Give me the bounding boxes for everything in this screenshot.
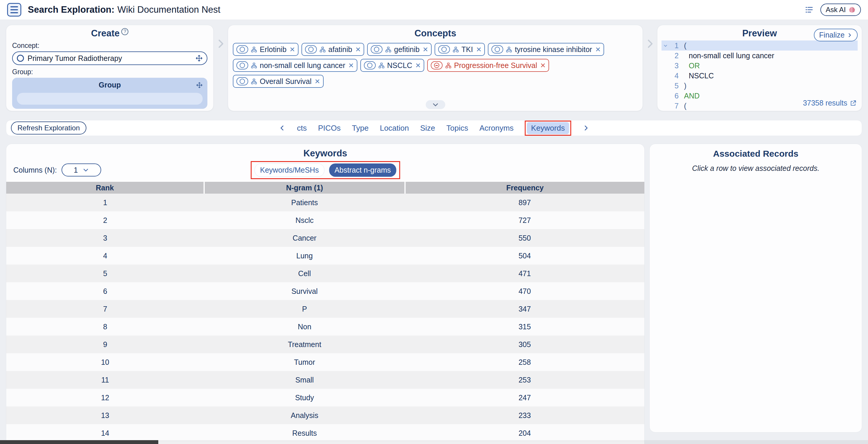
table-row[interactable]: 8Non315 <box>6 318 644 336</box>
chip-select-toggle[interactable] <box>431 61 442 69</box>
remove-chip-icon[interactable]: × <box>540 61 546 70</box>
group-box[interactable]: Group <box>12 78 207 109</box>
synonyms-graph-icon[interactable] <box>506 46 512 53</box>
chip-select-toggle[interactable] <box>305 45 317 54</box>
synonyms-graph-icon[interactable] <box>445 62 452 69</box>
table-cell: 550 <box>405 229 644 247</box>
query-line-1[interactable]: 1( <box>661 40 858 50</box>
horizontal-scrollbar[interactable] <box>0 440 868 444</box>
synonyms-graph-icon[interactable] <box>378 62 384 69</box>
toggle-abstract-n-grams[interactable]: Abstract n-grams <box>329 164 396 177</box>
query-line-3[interactable]: 3OR <box>661 61 858 71</box>
table-row[interactable]: 13Analysis233 <box>6 406 644 424</box>
ask-ai-button[interactable]: Ask AI <box>820 4 861 16</box>
finalize-button[interactable]: Finalize <box>814 29 858 41</box>
radio-circle-icon <box>441 47 447 52</box>
table-row[interactable]: 2Nsclc727 <box>6 211 644 229</box>
remove-chip-icon[interactable]: × <box>315 77 320 86</box>
page-title-nest-name: Wiki Documentation Nest <box>118 4 220 15</box>
concept-chip-gefitinib[interactable]: gefitinib× <box>367 43 432 56</box>
query-line-5[interactable]: 5) <box>661 81 858 91</box>
group-drop-slot[interactable] <box>17 93 203 105</box>
remove-chip-icon[interactable]: × <box>348 61 354 70</box>
tab-topics[interactable]: Topics <box>446 124 468 133</box>
synonyms-graph-icon[interactable] <box>385 46 392 53</box>
list-icon[interactable] <box>804 5 814 14</box>
concept-chip-non-small-cell-lung-cancer[interactable]: non-small cell lung cancer× <box>233 59 358 72</box>
refresh-exploration-button[interactable]: Refresh Exploration <box>11 122 86 135</box>
chip-select-toggle[interactable] <box>491 45 503 54</box>
tabs-scroll-left-icon[interactable] <box>279 125 286 132</box>
results-link[interactable]: 37358 results <box>803 99 857 107</box>
tab-acronyms[interactable]: Acronyms <box>479 124 514 133</box>
help-icon[interactable]: ? <box>121 28 128 35</box>
remove-chip-icon[interactable]: × <box>476 45 482 54</box>
table-row[interactable]: 3Cancer550 <box>6 229 644 247</box>
table-row[interactable]: 11Small253 <box>6 371 644 389</box>
concept-chip-overall-survival[interactable]: Overall Survival× <box>233 75 324 88</box>
concept-chip-tki[interactable]: TKI× <box>435 43 485 56</box>
concept-chip-erlotinib[interactable]: Erlotinib× <box>233 43 299 56</box>
query-line-2[interactable]: 2non-small cell lung cancer <box>661 50 858 61</box>
toggle-keywords-meshs[interactable]: Keywords/MeSHs <box>254 164 324 177</box>
scrollbar-thumb[interactable] <box>0 440 158 444</box>
table-row[interactable]: 1Patients897 <box>6 194 644 211</box>
table-row[interactable]: 9Treatment305 <box>6 336 644 353</box>
concept-chip-nsclc[interactable]: NSCLC× <box>360 59 424 72</box>
synonyms-graph-icon[interactable] <box>251 62 257 69</box>
line-number: 2 <box>669 52 679 60</box>
exploration-tabs: ctsPICOsTypeLocationSizeTopicsAcronymsKe… <box>297 121 571 136</box>
table-row[interactable]: 10Tumor258 <box>6 353 644 371</box>
move-icon[interactable] <box>196 82 203 89</box>
concept-chip-progression-free-survival[interactable]: Progression-free Survival× <box>427 59 549 72</box>
table-row[interactable]: 12Study247 <box>6 389 644 406</box>
tab-size[interactable]: Size <box>420 124 435 133</box>
expand-concepts-button[interactable] <box>426 100 445 109</box>
table-row[interactable]: 7P347 <box>6 300 644 318</box>
table-row[interactable]: 4Lung504 <box>6 247 644 265</box>
table-row[interactable]: 5Cell471 <box>6 265 644 282</box>
tab-location[interactable]: Location <box>380 124 409 133</box>
table-row[interactable]: 6Survival470 <box>6 282 644 300</box>
radio-circle-icon[interactable] <box>17 55 24 62</box>
tab-picos[interactable]: PICOs <box>318 124 341 133</box>
chip-select-toggle[interactable] <box>438 45 450 54</box>
columns-n-select[interactable]: 1 <box>62 164 101 176</box>
remove-chip-icon[interactable]: × <box>290 45 295 54</box>
chip-select-toggle[interactable] <box>237 61 248 69</box>
chevron-down-icon <box>83 167 89 173</box>
concept-chip-tyrosine-kinase-inhibitor[interactable]: tyrosine kinase inhibitor× <box>488 43 604 56</box>
remove-chip-icon[interactable]: × <box>355 45 361 54</box>
synonyms-graph-icon[interactable] <box>319 46 326 53</box>
synonyms-graph-icon[interactable] <box>251 46 257 53</box>
chip-select-toggle[interactable] <box>371 45 382 54</box>
chip-select-toggle[interactable] <box>237 45 248 54</box>
exploration-toolbar: Refresh Exploration ctsPICOsTypeLocation… <box>6 120 862 136</box>
column-header-rank: Rank <box>6 182 204 194</box>
table-cell: Survival <box>204 282 405 300</box>
tab-keywords[interactable]: Keywords <box>527 122 569 134</box>
concept-input[interactable]: Primary Tumor Radiotherapy <box>12 52 207 65</box>
table-cell: Lung <box>204 247 405 265</box>
table-cell: P <box>204 300 405 318</box>
exploration-tab-strip: ctsPICOsTypeLocationSizeTopicsAcronymsKe… <box>279 121 590 136</box>
remove-chip-icon[interactable]: × <box>415 61 421 70</box>
top-bar: Search Exploration:Wiki Documentation Ne… <box>0 0 868 20</box>
query-line-4[interactable]: 4NSCLC <box>661 71 858 81</box>
concept-chip-afatinib[interactable]: afatinib× <box>302 43 364 56</box>
finalize-label: Finalize <box>819 31 845 39</box>
synonyms-graph-icon[interactable] <box>251 78 257 84</box>
remove-chip-icon[interactable]: × <box>595 45 600 54</box>
remove-chip-icon[interactable]: × <box>423 45 428 54</box>
tab-cts[interactable]: cts <box>297 124 307 133</box>
menu-icon[interactable] <box>7 3 21 16</box>
chip-select-toggle[interactable] <box>237 77 248 86</box>
move-icon[interactable] <box>195 55 203 62</box>
chip-select-toggle[interactable] <box>364 61 376 69</box>
table-row[interactable]: 14Results204 <box>6 424 644 442</box>
tabs-scroll-right-icon[interactable] <box>582 125 589 132</box>
table-header-row: Rank N-gram (1) Frequency <box>6 182 644 194</box>
tab-type[interactable]: Type <box>352 124 369 133</box>
chip-label: tyrosine kinase inhibitor <box>515 45 592 54</box>
synonyms-graph-icon[interactable] <box>453 46 459 53</box>
